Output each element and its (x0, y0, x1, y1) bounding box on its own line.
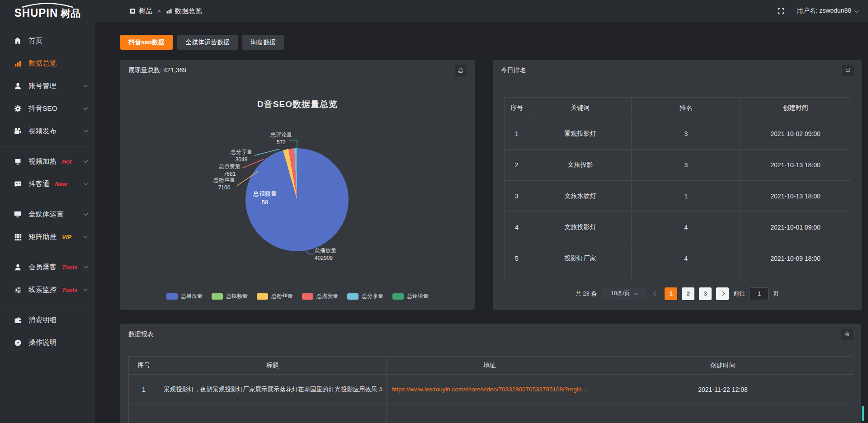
seo-overview-panel: 展现量总数: 421,369 总 D音SEO数据量总览 总评论量572 (120, 60, 475, 310)
total-toggle-button[interactable]: 总 (455, 65, 467, 76)
goto-page-input[interactable] (750, 287, 769, 300)
legend-item-likes[interactable]: 总点赞量 (302, 292, 338, 300)
impressions-summary-label: 展现量总数: (128, 66, 162, 74)
day-toggle-button[interactable]: 日 (842, 65, 854, 76)
today-ranking-panel: 今日排名 日 序号 关键词 排名 创建时间 1 景观投影灯 3 (493, 60, 862, 310)
impressions-summary: 展现量总数: 421,369 (128, 66, 186, 75)
app-mark-icon (129, 8, 136, 14)
sidebar-item-video-heat[interactable]: 视频加热 Hot (0, 150, 95, 173)
legend-item-fans[interactable]: 总粉丝量 (257, 292, 293, 300)
wallet-icon (14, 316, 22, 324)
person-icon (14, 263, 22, 271)
sidebar-item-label: 账号管理 (28, 81, 57, 91)
pie-label-videos: 总视频量58 (247, 190, 283, 207)
chart-legend: 总播放量 总视频量 总粉丝量 总点赞量 总分享量 总评论量 (120, 292, 475, 300)
legend-swatch (347, 293, 359, 300)
table-row-partial (505, 274, 850, 280)
breadcrumb-separator: > (157, 8, 161, 14)
sidebar-item-consumption-detail[interactable]: 消费明细 (0, 309, 95, 331)
tab-douyin-seo-data[interactable]: 抖音seo数据 (120, 35, 173, 50)
col-created: 创建时间 (741, 98, 850, 118)
sidebar-item-label: 全媒体运营 (28, 210, 64, 219)
sidebar-item-lead-monitor[interactable]: 线索监控 Tools (0, 278, 95, 301)
chevron-down-icon (84, 83, 88, 87)
user-label: 用户名: zswodun88 (797, 7, 851, 15)
report-table: 序号 标题 地址 创建时间 1 景观投影灯，夜游景观投影灯厂家展示展示落花灯在花… (128, 356, 853, 423)
sidebar-item-label: 消费明细 (28, 315, 57, 325)
home-icon (14, 37, 22, 45)
legend-swatch (392, 293, 404, 300)
breadcrumb-root[interactable]: 树品 (129, 7, 152, 15)
sidebar-item-omnimedia[interactable]: 全媒体运营 (0, 203, 95, 226)
sidebar-item-label: 线索监控 (28, 285, 57, 295)
app-logo: SHUPIN 树品 (0, 2, 95, 20)
sidebar-item-label: 抖音SEO (28, 104, 57, 113)
legend-item-plays[interactable]: 总播放量 (166, 292, 203, 300)
sidebar-item-data-overview[interactable]: 数据总览 (0, 52, 95, 75)
data-report-panel: 数据报表 表 序号 标题 地址 创建时间 1 景观投影灯，夜游景观投影灯厂家展示… (120, 324, 861, 423)
goto-label: 前往 (733, 290, 745, 298)
table-toggle-button[interactable]: 表 (841, 329, 853, 340)
impressions-summary-value: 421,369 (164, 66, 187, 74)
page-button-3[interactable]: 3 (699, 287, 712, 300)
chevron-down-icon (84, 287, 88, 291)
pagination: 共 23 条 10条/页 1 2 3 前往 页 (504, 287, 850, 300)
chevron-right-icon (720, 291, 725, 296)
sidebar-item-douketong[interactable]: 抖客通 New (0, 173, 95, 195)
sidebar-item-label: 数据总览 (28, 59, 57, 68)
report-panel-title: 数据报表 (128, 330, 154, 338)
breadcrumb: 树品 > 数据总览 (129, 7, 202, 15)
prev-page-button[interactable] (651, 292, 660, 295)
sidebar-item-home[interactable]: 首页 (0, 29, 95, 52)
chat-icon (14, 180, 22, 188)
page-button-2[interactable]: 2 (682, 287, 694, 300)
page-button-1[interactable]: 1 (665, 287, 677, 300)
sidebar-item-instructions[interactable]: ? 操作说明 (0, 331, 95, 354)
col-keyword: 关键词 (529, 98, 632, 118)
scrollbar-thumb[interactable] (862, 406, 864, 421)
legend-item-shares[interactable]: 总分享量 (347, 292, 383, 300)
pie-label-fans: 总粉丝量7100 (206, 176, 242, 192)
col-url: 地址 (387, 357, 593, 375)
user-icon (14, 82, 22, 90)
question-circle-icon: ? (14, 338, 22, 347)
breadcrumb-root-label: 树品 (139, 7, 152, 15)
legend-item-comments[interactable]: 总评论量 (392, 292, 429, 300)
fullscreen-icon[interactable] (777, 7, 785, 15)
sidebar-item-video-publish[interactable]: 视频发布 (0, 120, 95, 142)
sidebar-item-label: 视频发布 (28, 127, 57, 136)
tab-inquiry-data[interactable]: 询盘数据 (242, 35, 284, 50)
tab-omnimedia-data[interactable]: 全媒体运营数据 (177, 35, 238, 50)
sidebar-item-member-burst[interactable]: 会员爆客 Tools (0, 256, 95, 278)
divider (0, 305, 95, 305)
gear-icon (14, 104, 22, 113)
data-tabs: 抖音seo数据 全媒体运营数据 询盘数据 (120, 35, 861, 50)
sidebar-item-account[interactable]: 账号管理 (0, 75, 95, 97)
next-page-button[interactable] (716, 287, 729, 300)
sidebar-item-label: 会员爆客 (28, 263, 57, 272)
new-badge: New (55, 181, 67, 188)
pagination-total: 共 23 条 (576, 290, 597, 298)
legend-item-videos[interactable]: 总视频量 (212, 292, 248, 300)
chevron-down-icon (84, 264, 88, 268)
pie-label-plays: 总播放量402909 (315, 247, 355, 263)
col-index: 序号 (129, 357, 159, 375)
sidebar-item-label: 首页 (28, 36, 42, 46)
legend-swatch (212, 293, 223, 300)
divider (0, 146, 95, 146)
table-header-row: 序号 标题 地址 创建时间 (129, 357, 853, 375)
sidebar: 首页 数据总览 账号管理 抖音SEO 视频发布 视频加热 Hot 抖客通 New… (0, 22, 95, 423)
sliders-icon (14, 286, 22, 294)
legend-swatch (257, 293, 268, 300)
sidebar-item-matrix-boost[interactable]: 矩阵助推 VIP (0, 226, 95, 248)
video-camera-icon (14, 127, 22, 135)
divider (0, 252, 95, 252)
sidebar-item-douyin-seo[interactable]: 抖音SEO (0, 97, 95, 120)
page-size-select[interactable]: 10条/页 (601, 287, 646, 300)
logo-text-cn: 树品 (61, 7, 80, 20)
table-row: 4 文旅投影灯 4 2021-10-01 09:00 (505, 212, 850, 243)
video-link[interactable]: https://www.iesdouyin.com/share/video/70… (387, 375, 593, 404)
user-menu[interactable]: 用户名: zswodun88 (797, 7, 858, 15)
legend-swatch (166, 293, 178, 300)
breadcrumb-current: 数据总览 (166, 7, 202, 15)
